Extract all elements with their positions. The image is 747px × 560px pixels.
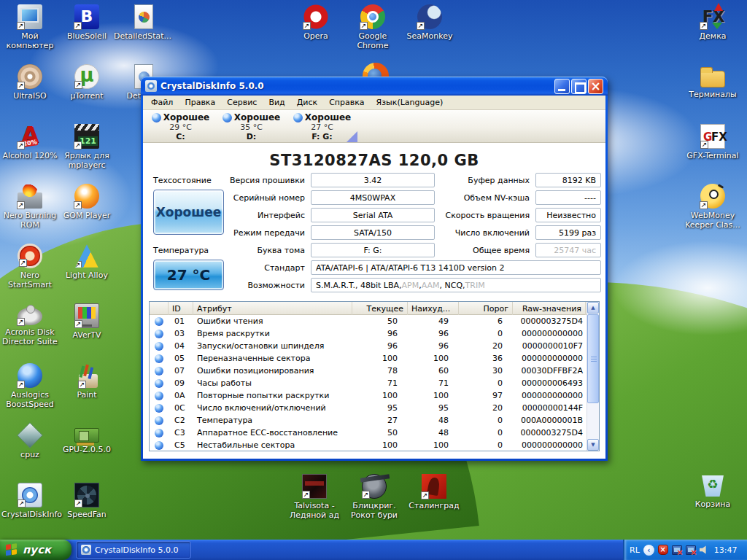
minimize-button[interactable] <box>554 79 570 94</box>
table-row[interactable]: C2Температура27480000A0000001B <box>150 414 599 427</box>
desktop-icon-label: Google Chrome <box>344 31 401 50</box>
drive-tile-2[interactable]: Хорошее35 °CD: <box>216 110 287 142</box>
desktop-icon-bluesoleil[interactable]: ↗BlueSoleil <box>58 4 115 64</box>
desktop-icon-alcohol[interactable]: 120%↗Alcohol 120% <box>1 124 58 184</box>
language-indicator[interactable]: RL <box>630 545 640 555</box>
table-header-Raw-значения[interactable]: Raw-значения <box>513 302 586 315</box>
desktop-icon-gfx[interactable]: ↗GFX-Terminal <box>684 124 741 184</box>
desktop-icon-chrome[interactable]: ↗Google Chrome <box>344 4 401 50</box>
shortcut-arrow-icon: ↗ <box>700 141 708 149</box>
taskbar-clock[interactable]: 13:47 <box>714 545 738 555</box>
table-row[interactable]: 05Переназначенные сектора100100360000000… <box>150 352 599 365</box>
desktop-icon-ultraiso[interactable]: ↗UltraISO <box>1 64 58 124</box>
desktop-icon-speedfan[interactable]: ↗SpeedFan <box>58 483 115 542</box>
desktop-icon-recycle[interactable]: Корзина <box>684 472 741 532</box>
table-header-Наихуд...[interactable]: Наихуд... <box>408 302 459 315</box>
table-scrollbar[interactable]: ▲ ▼ <box>587 302 599 451</box>
table-row[interactable]: 09Часы работы71710000000006493 <box>150 377 599 389</box>
drive-tile-1[interactable]: Хорошее29 °CC: <box>145 110 216 142</box>
network-disconnected-icon-2[interactable] <box>686 545 696 555</box>
task-label: CrystalDiskInfo 5.0.0 <box>95 545 179 555</box>
table-header-Атрибут[interactable]: Атрибут <box>193 302 352 315</box>
menu-item-правка[interactable]: Правка <box>179 96 221 109</box>
feature-part: S.M.A.R.T., 48bit LBA, <box>316 281 402 290</box>
desktop-icon-gom[interactable]: ↗GOM Player <box>58 184 115 244</box>
desktop-icon-auslogics[interactable]: ↗Auslogics BoostSpeed <box>1 363 58 423</box>
taskbar-task-crystaldiskinfo[interactable]: CrystalDiskInfo 5.0.0 <box>76 541 191 559</box>
hide-icons-chevron[interactable]: ‹ <box>643 545 654 556</box>
menu-item-вид[interactable]: Вид <box>263 96 290 109</box>
cell-attribute: Аппаратное ECC-восстановление <box>193 428 352 438</box>
desktop-icon-label: SeaMonkey <box>407 31 453 41</box>
desktop-icon-talvisota[interactable]: ↗Talvisota - Ледяной ад <box>286 474 343 520</box>
desktop-icon-seamonkey[interactable]: ↗SeaMonkey <box>401 4 458 50</box>
desktop-icon-blitz[interactable]: ↗Блицкриг. Рокот бури <box>346 474 403 520</box>
desktop-icon-label: Talvisota - Ледяной ад <box>286 501 343 520</box>
cell-current: 27 <box>352 416 408 425</box>
menu-item-справка[interactable]: Справка <box>323 96 370 109</box>
desktop-icon-cpuz[interactable]: cpuz <box>1 423 58 483</box>
desktop-icon-stalingrad[interactable]: ↗Сталинград <box>406 474 462 520</box>
desktop-icon-paint[interactable]: ↗Paint <box>58 363 115 423</box>
field-label: Общее время <box>438 243 533 257</box>
desktop-icon-mplayerc[interactable]: ↗Ярлык для mplayerc <box>58 124 115 184</box>
desktop-icon-demka[interactable]: ↗Демка <box>684 4 741 64</box>
close-button[interactable] <box>588 79 603 94</box>
menu-item-языкlanguage[interactable]: Язык(Language) <box>371 96 449 109</box>
table-row[interactable]: 04Запуски/остановки шпинделя969620000000… <box>150 340 599 352</box>
auslogics-icon: ↗ <box>18 363 42 388</box>
scroll-up-button[interactable]: ▲ <box>587 302 599 314</box>
desktop-icon-opera[interactable]: ↗Opera <box>287 4 344 50</box>
scrollbar-thumb[interactable] <box>587 314 599 403</box>
status-orb-icon <box>155 404 163 413</box>
task-app-icon <box>81 545 91 555</box>
cell-threshold: 36 <box>459 354 513 363</box>
cell-current: 50 <box>352 316 408 326</box>
desktop-icon-folder[interactable]: Терминалы <box>684 64 741 124</box>
orb-cell <box>150 441 169 450</box>
table-row[interactable]: 01Ошибки чтения504960000003275D4 <box>150 315 599 327</box>
desktop-icon-detailedstat[interactable]: DetailedStat... <box>114 4 171 64</box>
desktop-icon-mycomp[interactable]: ↗Мой компьютер <box>1 4 58 64</box>
cell-current: 71 <box>352 378 408 388</box>
desktop-icon-label: Auslogics BoostSpeed <box>1 390 58 409</box>
menu-item-сервис[interactable]: Сервис <box>221 96 263 109</box>
scroll-down-button[interactable]: ▼ <box>587 439 599 451</box>
desktop-icon-nero-burning[interactable]: ↗Nero Burning ROM <box>1 184 58 244</box>
table-row[interactable]: C3Аппаратное ECC-восстановление504800000… <box>150 427 599 439</box>
menu-item-диск[interactable]: Диск <box>291 96 323 109</box>
maximize-button[interactable] <box>571 79 587 94</box>
start-button[interactable]: пуск <box>0 540 71 560</box>
drive-selector-bar: Хорошее29 °CC:Хорошее35 °CD:Хорошее27 °C… <box>143 110 605 143</box>
volume-icon[interactable] <box>700 545 709 554</box>
desktop-icon-gpuz[interactable]: GPU-Z.0.5.0 <box>58 423 115 483</box>
speedfan-icon: ↗ <box>74 483 99 508</box>
shortcut-arrow-icon: ↗ <box>302 491 310 499</box>
table-header-Текущее[interactable]: Текущее <box>352 302 408 315</box>
table-row[interactable]: 07Ошибки позиционирования78603000030DFFB… <box>150 365 599 377</box>
table-row[interactable]: 0CЧисло включений/отключений959520000000… <box>150 402 599 414</box>
desktop-icon-avertv[interactable]: ↗AVerTV <box>58 303 115 363</box>
table-row[interactable]: C5Нестабильные сектора100100000000000000… <box>150 439 599 451</box>
desktop-icon-webmoney[interactable]: ↗WebMoney Keeper Clas... <box>684 184 741 244</box>
desktop-icon-nero-start[interactable]: ↗Nero StartSmart <box>1 244 58 303</box>
desktop-icon-label: Блицкриг. Рокот бури <box>346 501 403 520</box>
desktop-icon-acronis[interactable]: ↗Acronis Disk Director Suite <box>1 303 58 363</box>
recycle-bin-area: Корзина <box>684 472 744 532</box>
cell-threshold: 20 <box>459 341 513 351</box>
table-row[interactable]: 0AПовторные попытки раскрутки10010097000… <box>150 389 599 402</box>
desktop-icon-utorrent[interactable]: ↗µTorrent <box>58 64 115 124</box>
menu-item-файл[interactable]: Файл <box>145 96 179 109</box>
desktop-icon-cdi[interactable]: ↗CrystalDiskInfo <box>1 483 58 542</box>
title-bar[interactable]: CrystalDiskInfo 5.0.0 <box>141 77 608 96</box>
network-disconnected-icon[interactable] <box>672 545 682 555</box>
table-header-Порог[interactable]: Порог <box>459 302 513 315</box>
desktop-icon-lightalloy[interactable]: ↗Light Alloy <box>58 244 115 303</box>
table-row[interactable]: 03Время раскрутки96960000000000000 <box>150 327 599 340</box>
status-orb-icon <box>155 429 163 438</box>
cell-worst: 100 <box>408 440 459 450</box>
table-header-orb <box>150 302 169 315</box>
table-header-ID[interactable]: ID <box>169 302 193 315</box>
security-alert-icon[interactable]: × <box>658 545 668 555</box>
drive-tile-3[interactable]: Хорошее27 °CF: G: <box>287 110 357 142</box>
